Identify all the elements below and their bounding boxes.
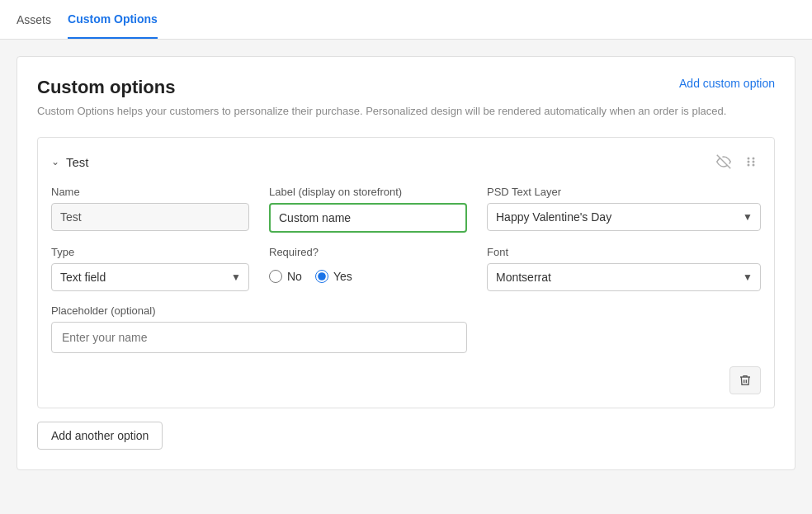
main-card: Custom options Add custom option Custom … bbox=[17, 56, 795, 470]
drag-handle-button[interactable] bbox=[741, 152, 761, 172]
section-header: ⌄ Test bbox=[51, 151, 761, 172]
add-custom-option-link[interactable]: Add custom option bbox=[679, 77, 775, 90]
top-nav: Assets Custom Options bbox=[0, 0, 812, 40]
card-header: Custom options Add custom option bbox=[37, 77, 775, 98]
type-label: Type bbox=[51, 246, 249, 258]
required-yes-radio[interactable] bbox=[315, 270, 328, 283]
collapse-icon[interactable]: ⌄ bbox=[51, 156, 59, 167]
trash-icon bbox=[739, 374, 752, 387]
section-title-row: ⌄ Test bbox=[51, 155, 89, 169]
required-no-radio[interactable] bbox=[269, 270, 282, 283]
add-another-option-button[interactable]: Add another option bbox=[37, 422, 163, 450]
form-grid: Name Label (display on storefront) PSD T… bbox=[51, 186, 761, 353]
required-no-label: No bbox=[287, 270, 302, 283]
label-label: Label (display on storefront) bbox=[269, 186, 467, 198]
required-yes-label: Yes bbox=[333, 270, 352, 283]
name-label: Name bbox=[51, 186, 249, 198]
eye-off-icon bbox=[716, 154, 731, 169]
type-select-wrapper: Text field Dropdown Checkbox ▼ bbox=[51, 263, 249, 291]
visibility-toggle-button[interactable] bbox=[713, 151, 734, 172]
required-field-group: Required? No Yes bbox=[269, 246, 467, 291]
label-input[interactable] bbox=[269, 203, 467, 233]
svg-point-2 bbox=[753, 158, 755, 160]
section-actions bbox=[713, 151, 761, 172]
required-radio-group: No Yes bbox=[269, 263, 467, 283]
psd-label: PSD Text Layer bbox=[487, 186, 761, 198]
svg-point-1 bbox=[748, 158, 750, 160]
svg-point-6 bbox=[753, 164, 755, 167]
font-select[interactable]: Montserrat Arial Times New Roman bbox=[487, 263, 761, 291]
required-label: Required? bbox=[269, 246, 467, 258]
type-field-group: Type Text field Dropdown Checkbox ▼ bbox=[51, 246, 249, 291]
name-input[interactable] bbox=[51, 203, 249, 231]
required-yes-option[interactable]: Yes bbox=[315, 270, 352, 283]
delete-option-button[interactable] bbox=[729, 366, 761, 394]
font-select-wrapper: Montserrat Arial Times New Roman ▼ bbox=[487, 263, 761, 291]
nav-item-assets[interactable]: Assets bbox=[17, 2, 51, 38]
label-field-group: Label (display on storefront) bbox=[269, 186, 467, 233]
svg-point-4 bbox=[753, 161, 755, 163]
psd-select-wrapper: Happy Valentine's Day Option 2 Option 3 … bbox=[487, 203, 761, 231]
card-description: Custom Options helps your customers to p… bbox=[37, 105, 775, 117]
type-select[interactable]: Text field Dropdown Checkbox bbox=[51, 263, 249, 291]
psd-field-group: PSD Text Layer Happy Valentine's Day Opt… bbox=[487, 186, 761, 233]
required-no-option[interactable]: No bbox=[269, 270, 302, 283]
placeholder-field-group: Placeholder (optional) bbox=[51, 304, 467, 353]
font-label: Font bbox=[487, 246, 761, 258]
page-body: Custom options Add custom option Custom … bbox=[0, 40, 812, 487]
drag-dots-icon bbox=[744, 155, 758, 168]
placeholder-label: Placeholder (optional) bbox=[51, 304, 467, 317]
svg-point-3 bbox=[748, 161, 750, 163]
svg-point-5 bbox=[748, 164, 750, 167]
card-title: Custom options bbox=[37, 77, 175, 98]
option-section: ⌄ Test bbox=[37, 137, 775, 408]
nav-item-custom-options[interactable]: Custom Options bbox=[68, 1, 158, 39]
psd-select[interactable]: Happy Valentine's Day Option 2 Option 3 bbox=[487, 203, 761, 231]
section-name: Test bbox=[66, 155, 89, 169]
font-field-group: Font Montserrat Arial Times New Roman ▼ bbox=[487, 246, 761, 291]
section-footer bbox=[51, 366, 761, 394]
placeholder-input[interactable] bbox=[51, 322, 467, 353]
name-field-group: Name bbox=[51, 186, 249, 233]
